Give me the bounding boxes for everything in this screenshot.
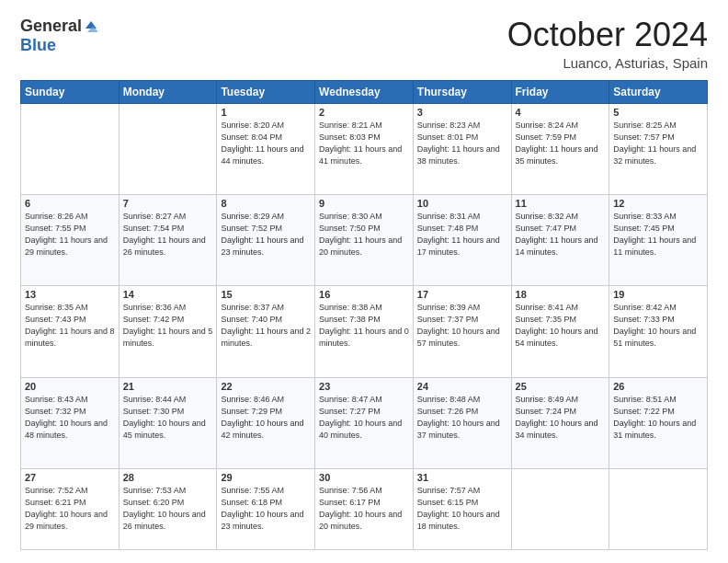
day-number: 20 (25, 381, 115, 392)
day-number: 28 (123, 472, 213, 483)
table-row: 11 Sunrise: 8:32 AM Sunset: 7:47 PM Dayl… (511, 194, 609, 285)
day-number: 25 (516, 381, 606, 392)
day-number: 23 (319, 381, 409, 392)
day-info: Sunrise: 7:55 AM Sunset: 6:18 PM Dayligh… (221, 485, 311, 533)
table-row: 16 Sunrise: 8:38 AM Sunset: 7:38 PM Dayl… (315, 286, 414, 377)
day-number: 16 (319, 289, 409, 300)
day-number: 7 (123, 198, 213, 209)
table-row: 15 Sunrise: 8:37 AM Sunset: 7:40 PM Dayl… (217, 286, 315, 377)
day-info: Sunrise: 8:25 AM Sunset: 7:57 PM Dayligh… (613, 120, 703, 167)
day-info: Sunrise: 8:44 AM Sunset: 7:30 PM Dayligh… (123, 394, 213, 442)
day-info: Sunrise: 8:29 AM Sunset: 7:52 PM Dayligh… (221, 211, 311, 259)
day-info: Sunrise: 8:24 AM Sunset: 7:59 PM Dayligh… (516, 120, 606, 167)
table-row (21, 103, 119, 194)
table-row: 4 Sunrise: 8:24 AM Sunset: 7:59 PM Dayli… (511, 103, 609, 194)
table-row: 22 Sunrise: 8:46 AM Sunset: 7:29 PM Dayl… (217, 377, 315, 468)
day-info: Sunrise: 8:36 AM Sunset: 7:42 PM Dayligh… (123, 302, 213, 350)
day-info: Sunrise: 8:48 AM Sunset: 7:26 PM Dayligh… (417, 394, 507, 442)
day-number: 13 (25, 289, 115, 300)
col-saturday: Saturday (609, 80, 708, 103)
calendar-week-row: 27 Sunrise: 7:52 AM Sunset: 6:21 PM Dayl… (21, 468, 708, 549)
table-row: 19 Sunrise: 8:42 AM Sunset: 7:33 PM Dayl… (609, 286, 708, 377)
logo-icon (84, 19, 98, 34)
day-number: 26 (613, 381, 703, 392)
day-number: 9 (319, 198, 409, 209)
day-number: 6 (25, 198, 115, 209)
day-number: 10 (417, 198, 507, 209)
col-tuesday: Tuesday (217, 80, 315, 103)
day-number: 29 (221, 472, 311, 483)
calendar-week-row: 13 Sunrise: 8:35 AM Sunset: 7:43 PM Dayl… (21, 286, 708, 377)
location: Luanco, Asturias, Spain (507, 55, 708, 71)
day-info: Sunrise: 8:33 AM Sunset: 7:45 PM Dayligh… (613, 211, 703, 259)
day-number: 11 (516, 198, 606, 209)
day-number: 19 (613, 289, 703, 300)
table-row: 28 Sunrise: 7:53 AM Sunset: 6:20 PM Dayl… (119, 468, 217, 549)
col-thursday: Thursday (413, 80, 511, 103)
day-info: Sunrise: 8:39 AM Sunset: 7:37 PM Dayligh… (417, 302, 507, 350)
table-row: 23 Sunrise: 8:47 AM Sunset: 7:27 PM Dayl… (315, 377, 414, 468)
day-number: 12 (613, 198, 703, 209)
day-info: Sunrise: 8:27 AM Sunset: 7:54 PM Dayligh… (123, 211, 213, 259)
day-number: 17 (417, 289, 507, 300)
day-number: 1 (221, 107, 311, 118)
calendar-week-row: 1 Sunrise: 8:20 AM Sunset: 8:04 PM Dayli… (21, 103, 708, 194)
table-row: 7 Sunrise: 8:27 AM Sunset: 7:54 PM Dayli… (119, 194, 217, 285)
logo-general: General (20, 17, 82, 36)
col-wednesday: Wednesday (315, 80, 414, 103)
day-info: Sunrise: 8:31 AM Sunset: 7:48 PM Dayligh… (417, 211, 507, 259)
table-row: 10 Sunrise: 8:31 AM Sunset: 7:48 PM Dayl… (413, 194, 511, 285)
day-info: Sunrise: 8:46 AM Sunset: 7:29 PM Dayligh… (221, 394, 311, 442)
day-info: Sunrise: 8:26 AM Sunset: 7:55 PM Dayligh… (25, 211, 115, 259)
day-info: Sunrise: 8:41 AM Sunset: 7:35 PM Dayligh… (516, 302, 606, 350)
day-number: 30 (319, 472, 409, 483)
day-number: 18 (516, 289, 606, 300)
calendar-header-row: Sunday Monday Tuesday Wednesday Thursday… (21, 80, 708, 103)
logo-blue: Blue (20, 36, 56, 55)
table-row: 9 Sunrise: 8:30 AM Sunset: 7:50 PM Dayli… (315, 194, 414, 285)
col-friday: Friday (511, 80, 609, 103)
day-number: 21 (123, 381, 213, 392)
table-row: 8 Sunrise: 8:29 AM Sunset: 7:52 PM Dayli… (217, 194, 315, 285)
logo: General Blue (20, 17, 98, 55)
table-row (511, 468, 609, 549)
table-row: 13 Sunrise: 8:35 AM Sunset: 7:43 PM Dayl… (21, 286, 119, 377)
day-number: 27 (25, 472, 115, 483)
day-number: 3 (417, 107, 507, 118)
calendar-week-row: 6 Sunrise: 8:26 AM Sunset: 7:55 PM Dayli… (21, 194, 708, 285)
day-info: Sunrise: 8:37 AM Sunset: 7:40 PM Dayligh… (221, 302, 311, 350)
day-number: 15 (221, 289, 311, 300)
table-row: 3 Sunrise: 8:23 AM Sunset: 8:01 PM Dayli… (413, 103, 511, 194)
day-info: Sunrise: 8:47 AM Sunset: 7:27 PM Dayligh… (319, 394, 409, 442)
table-row: 31 Sunrise: 7:57 AM Sunset: 6:15 PM Dayl… (413, 468, 511, 549)
table-row: 5 Sunrise: 8:25 AM Sunset: 7:57 PM Dayli… (609, 103, 708, 194)
month-title: October 2024 (507, 17, 708, 53)
svg-marker-0 (85, 21, 97, 29)
day-number: 2 (319, 107, 409, 118)
table-row: 6 Sunrise: 8:26 AM Sunset: 7:55 PM Dayli… (21, 194, 119, 285)
table-row: 17 Sunrise: 8:39 AM Sunset: 7:37 PM Dayl… (413, 286, 511, 377)
day-info: Sunrise: 8:51 AM Sunset: 7:22 PM Dayligh… (613, 394, 703, 442)
day-info: Sunrise: 8:35 AM Sunset: 7:43 PM Dayligh… (25, 302, 115, 350)
day-info: Sunrise: 8:49 AM Sunset: 7:24 PM Dayligh… (516, 394, 606, 442)
col-monday: Monday (119, 80, 217, 103)
day-number: 22 (221, 381, 311, 392)
table-row: 12 Sunrise: 8:33 AM Sunset: 7:45 PM Dayl… (609, 194, 708, 285)
day-info: Sunrise: 7:52 AM Sunset: 6:21 PM Dayligh… (25, 485, 115, 533)
calendar: Sunday Monday Tuesday Wednesday Thursday… (20, 80, 708, 550)
day-number: 8 (221, 198, 311, 209)
table-row: 14 Sunrise: 8:36 AM Sunset: 7:42 PM Dayl… (119, 286, 217, 377)
day-number: 24 (417, 381, 507, 392)
day-info: Sunrise: 8:20 AM Sunset: 8:04 PM Dayligh… (221, 120, 311, 167)
table-row: 20 Sunrise: 8:43 AM Sunset: 7:32 PM Dayl… (21, 377, 119, 468)
title-block: October 2024 Luanco, Asturias, Spain (507, 17, 708, 71)
day-info: Sunrise: 7:56 AM Sunset: 6:17 PM Dayligh… (319, 485, 409, 533)
table-row (119, 103, 217, 194)
day-info: Sunrise: 7:53 AM Sunset: 6:20 PM Dayligh… (123, 485, 213, 533)
day-info: Sunrise: 8:32 AM Sunset: 7:47 PM Dayligh… (516, 211, 606, 259)
table-row: 24 Sunrise: 8:48 AM Sunset: 7:26 PM Dayl… (413, 377, 511, 468)
table-row: 29 Sunrise: 7:55 AM Sunset: 6:18 PM Dayl… (217, 468, 315, 549)
day-number: 4 (516, 107, 606, 118)
table-row: 27 Sunrise: 7:52 AM Sunset: 6:21 PM Dayl… (21, 468, 119, 549)
day-number: 14 (123, 289, 213, 300)
